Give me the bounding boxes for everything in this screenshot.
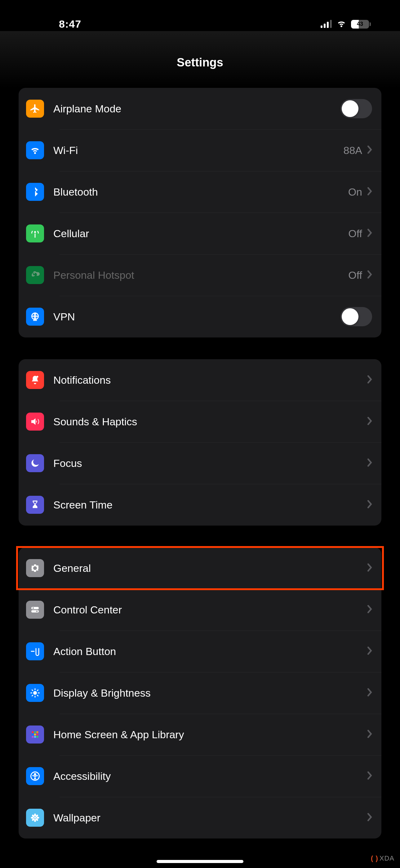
chevron-right-icon <box>367 771 372 781</box>
svg-rect-4 <box>31 610 39 613</box>
globe-icon <box>26 308 44 326</box>
row-value: Off <box>348 269 362 281</box>
svg-rect-14 <box>34 736 36 738</box>
xda-watermark: ( )XDA <box>371 854 394 862</box>
bluetooth-icon <box>26 183 44 201</box>
svg-rect-10 <box>32 734 34 736</box>
sun-icon <box>26 684 44 702</box>
page-header: Settings <box>0 31 400 88</box>
row-value: 88A <box>343 144 363 156</box>
row-airplane-mode[interactable]: Airplane Mode <box>19 88 381 129</box>
svg-rect-7 <box>32 732 34 733</box>
row-bluetooth[interactable]: Bluetooth On <box>19 171 381 213</box>
row-wallpaper[interactable]: Wallpaper <box>19 797 381 838</box>
row-cellular[interactable]: Cellular Off <box>19 213 381 254</box>
bell-icon <box>26 371 44 389</box>
cellular-signal-icon <box>321 21 332 28</box>
chevron-right-icon <box>367 416 372 427</box>
vpn-toggle[interactable] <box>340 307 372 326</box>
airplane-toggle[interactable] <box>340 99 372 118</box>
row-label: Accessibility <box>53 770 367 782</box>
svg-point-21 <box>31 817 34 819</box>
chevron-right-icon <box>367 688 372 698</box>
svg-rect-2 <box>31 607 39 610</box>
status-indicators: 43 <box>321 18 381 30</box>
row-screen-time[interactable]: Screen Time <box>19 484 381 526</box>
home-indicator[interactable] <box>157 860 243 863</box>
row-accessibility[interactable]: Accessibility <box>19 755 381 797</box>
row-label: Wallpaper <box>53 812 367 824</box>
page-title: Settings <box>0 56 400 69</box>
row-display-brightness[interactable]: Display & Brightness <box>19 672 381 714</box>
chevron-right-icon <box>367 270 372 280</box>
moon-icon <box>26 454 44 472</box>
row-home-screen[interactable]: Home Screen & App Library <box>19 714 381 755</box>
svg-point-19 <box>34 814 36 816</box>
airplane-icon <box>26 100 44 118</box>
battery-percent: 43 <box>351 21 369 27</box>
svg-rect-11 <box>34 734 36 736</box>
row-control-center[interactable]: Control Center <box>19 589 381 630</box>
row-label: Action Button <box>53 645 367 657</box>
row-label: Notifications <box>53 374 367 386</box>
row-label: Control Center <box>53 604 367 616</box>
flower-icon <box>26 809 44 827</box>
chevron-right-icon <box>367 730 372 740</box>
svg-rect-15 <box>37 736 38 738</box>
row-wifi[interactable]: Wi-Fi 88A <box>19 129 381 171</box>
row-sounds[interactable]: Sounds & Haptics <box>19 401 381 442</box>
chevron-right-icon <box>367 813 372 823</box>
antenna-icon <box>26 224 44 243</box>
action-button-icon <box>26 642 44 660</box>
speaker-icon <box>26 412 44 431</box>
hourglass-icon <box>26 496 44 514</box>
row-label: Focus <box>53 457 367 469</box>
row-label: Wi-Fi <box>53 144 343 156</box>
row-notifications[interactable]: Notifications <box>19 359 381 401</box>
settings-group-notifications: Notifications Sounds & Haptics Focus Scr… <box>19 359 381 526</box>
row-value: On <box>348 186 362 198</box>
app-grid-icon <box>26 725 44 744</box>
row-action-button[interactable]: Action Button <box>19 630 381 672</box>
row-value: Off <box>348 227 362 240</box>
svg-point-6 <box>33 691 37 695</box>
chevron-right-icon <box>367 563 372 573</box>
chevron-right-icon <box>367 458 372 468</box>
svg-rect-13 <box>32 736 34 738</box>
svg-point-18 <box>34 817 36 819</box>
svg-point-20 <box>34 819 36 822</box>
row-label: Bluetooth <box>53 186 348 198</box>
chevron-right-icon <box>367 500 372 510</box>
status-bar: 8:47 43 <box>0 0 400 31</box>
row-label: Cellular <box>53 227 348 240</box>
wifi-icon <box>26 141 44 159</box>
chevron-right-icon <box>367 375 372 385</box>
row-general[interactable]: General <box>19 547 381 589</box>
row-label: General <box>53 562 367 574</box>
hotspot-icon <box>26 266 44 284</box>
row-personal-hotspot[interactable]: Personal Hotspot Off <box>19 254 381 296</box>
chevron-right-icon <box>367 646 372 656</box>
row-label: VPN <box>53 311 340 323</box>
chevron-right-icon <box>367 145 372 155</box>
row-label: Screen Time <box>53 499 367 511</box>
svg-point-5 <box>36 611 38 612</box>
svg-point-1 <box>37 376 38 378</box>
chevron-right-icon <box>367 187 372 197</box>
wifi-icon <box>336 18 347 30</box>
svg-point-3 <box>33 608 34 609</box>
svg-rect-8 <box>34 732 36 733</box>
row-label: Home Screen & App Library <box>53 728 367 741</box>
svg-point-17 <box>34 774 36 775</box>
svg-rect-9 <box>37 732 38 733</box>
chevron-right-icon <box>367 228 372 239</box>
chevron-right-icon <box>367 605 372 615</box>
battery-indicator: 43 <box>351 20 369 29</box>
row-label: Sounds & Haptics <box>53 416 367 428</box>
row-vpn[interactable]: VPN <box>19 296 381 337</box>
row-label: Airplane Mode <box>53 103 340 115</box>
row-focus[interactable]: Focus <box>19 442 381 484</box>
status-time: 8:47 <box>19 18 81 30</box>
svg-point-22 <box>37 817 39 819</box>
toggles-icon <box>26 601 44 619</box>
